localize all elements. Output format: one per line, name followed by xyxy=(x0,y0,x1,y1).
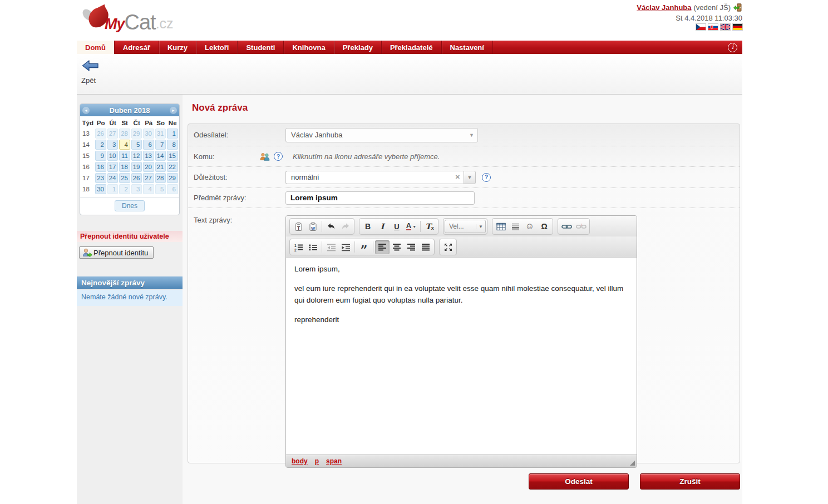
nav-tab[interactable]: Studenti xyxy=(238,41,284,54)
mycat-logo[interactable]: MyCat.cz xyxy=(77,2,174,31)
calendar-prev-icon[interactable]: ◄ xyxy=(82,107,90,114)
calendar-day[interactable]: 5 xyxy=(131,140,142,150)
calendar-day[interactable]: 26 xyxy=(131,173,142,183)
calendar-day[interactable]: 27 xyxy=(143,173,154,183)
czech-flag-icon[interactable] xyxy=(696,24,706,30)
nav-tab[interactable]: Překladatelé xyxy=(382,41,442,54)
remove-format-icon[interactable]: Tx xyxy=(422,220,437,234)
info-icon[interactable]: i xyxy=(728,43,737,52)
slovak-flag-icon[interactable] xyxy=(708,24,718,30)
font-size-dropdown[interactable]: Vel...▼ xyxy=(445,220,486,233)
sender-select[interactable]: Václav Janhuba ▼ xyxy=(285,128,478,142)
calendar-day[interactable]: 4 xyxy=(143,184,154,194)
cancel-button[interactable]: Zrušit xyxy=(640,473,740,490)
calendar-day[interactable]: 20 xyxy=(143,162,154,172)
maximize-icon[interactable] xyxy=(441,240,455,254)
address-book-icon[interactable] xyxy=(259,152,270,161)
special-char-icon[interactable]: Ω xyxy=(537,220,551,234)
calendar-day[interactable]: 3 xyxy=(107,140,119,150)
switch-identity-button[interactable]: Přepnout identitu xyxy=(79,246,154,259)
calendar-day[interactable]: 6 xyxy=(167,184,178,194)
calendar-day[interactable]: 25 xyxy=(119,173,130,183)
calendar-day[interactable]: 28 xyxy=(119,129,130,139)
bulleted-list-icon[interactable] xyxy=(305,240,320,254)
calendar-day[interactable]: 27 xyxy=(107,129,119,139)
nav-tab[interactable]: Knihovna xyxy=(284,41,334,54)
calendar-day[interactable]: 31 xyxy=(155,129,166,139)
bold-icon[interactable]: B xyxy=(361,220,375,234)
calendar-day[interactable]: 5 xyxy=(155,184,166,194)
german-flag-icon[interactable] xyxy=(733,24,742,30)
subject-input[interactable] xyxy=(285,191,475,205)
calendar-day[interactable]: 26 xyxy=(95,129,106,139)
smiley-icon[interactable]: ☺ xyxy=(523,220,537,234)
calendar-day[interactable]: 15 xyxy=(167,151,178,161)
calendar-day[interactable]: 3 xyxy=(131,184,142,194)
undo-icon[interactable] xyxy=(324,220,338,234)
table-icon[interactable] xyxy=(494,220,508,234)
calendar-day[interactable]: 18 xyxy=(119,162,130,172)
nav-tab[interactable]: Lektoři xyxy=(196,41,238,54)
calendar-day[interactable]: 29 xyxy=(167,173,178,183)
indent-icon[interactable] xyxy=(338,240,353,254)
align-right-icon[interactable] xyxy=(404,240,418,254)
editor-content-area[interactable]: Lorem ipsum,vel eum iure reprehenderit q… xyxy=(286,257,637,454)
importance-combobox[interactable]: normální ✕ ▼ xyxy=(285,171,476,184)
element-path-link[interactable]: span xyxy=(326,457,342,465)
nav-tab[interactable]: Překlady xyxy=(334,41,382,54)
horizontal-line-icon[interactable] xyxy=(508,220,523,234)
calendar-day[interactable]: 30 xyxy=(143,129,154,139)
link-icon[interactable] xyxy=(559,220,574,234)
underline-icon[interactable]: U xyxy=(390,220,404,234)
calendar-day[interactable]: 11 xyxy=(119,151,130,161)
blockquote-icon[interactable]: ” xyxy=(357,240,371,254)
nav-tab[interactable]: Kurzy xyxy=(159,41,196,54)
numbered-list-icon[interactable]: 12 xyxy=(291,240,305,254)
calendar-day[interactable]: 7 xyxy=(155,140,166,150)
logout-door-icon[interactable] xyxy=(733,3,742,12)
nav-tab[interactable]: Domů xyxy=(77,41,115,54)
calendar-day[interactable]: 29 xyxy=(131,129,142,139)
nav-tab[interactable]: Nastavení xyxy=(442,41,493,54)
element-path-link[interactable]: body xyxy=(292,457,308,465)
calendar-day[interactable]: 19 xyxy=(131,162,142,172)
calendar-day[interactable]: 1 xyxy=(167,129,178,139)
editor-resize-handle[interactable] xyxy=(630,461,635,466)
calendar-day[interactable]: 22 xyxy=(167,162,178,172)
calendar-day[interactable]: 24 xyxy=(107,173,119,183)
chevron-down-icon[interactable]: ▼ xyxy=(464,171,476,184)
today-button[interactable]: Dnes xyxy=(115,200,145,211)
calendar-day[interactable]: 14 xyxy=(155,151,166,161)
calendar-day[interactable]: 12 xyxy=(131,151,142,161)
calendar-day[interactable]: 30 xyxy=(95,184,106,194)
calendar-day[interactable]: 16 xyxy=(95,162,106,172)
text-color-icon[interactable]: A▼ xyxy=(404,220,418,234)
clear-icon[interactable]: ✕ xyxy=(455,174,460,181)
calendar-day[interactable]: 13 xyxy=(143,151,154,161)
calendar-day[interactable]: 23 xyxy=(95,173,106,183)
calendar-day[interactable]: 10 xyxy=(107,151,119,161)
calendar-day[interactable]: 1 xyxy=(107,184,119,194)
importance-help-icon[interactable]: ? xyxy=(482,173,491,182)
paste-text-icon[interactable]: T xyxy=(291,220,305,234)
calendar-day[interactable]: 21 xyxy=(155,162,166,172)
align-left-icon[interactable] xyxy=(375,240,390,254)
calendar-day[interactable]: 17 xyxy=(107,162,119,172)
paste-word-icon[interactable]: W xyxy=(305,220,320,234)
recipient-help-icon[interactable]: ? xyxy=(274,152,283,161)
nav-tab[interactable]: Adresář xyxy=(115,41,159,54)
align-center-icon[interactable] xyxy=(390,240,404,254)
calendar-day[interactable]: 8 xyxy=(167,140,178,150)
calendar-day[interactable]: 2 xyxy=(119,184,130,194)
element-path-link[interactable]: p xyxy=(315,457,319,465)
calendar-day[interactable]: 9 xyxy=(95,151,106,161)
calendar-day[interactable]: 2 xyxy=(95,140,106,150)
calendar-day[interactable]: 28 xyxy=(155,173,166,183)
calendar-day-today[interactable]: 4 xyxy=(119,140,130,150)
calendar-day[interactable]: 6 xyxy=(143,140,154,150)
send-button[interactable]: Odeslat xyxy=(529,473,629,490)
italic-icon[interactable]: I xyxy=(375,220,390,234)
user-name-link[interactable]: Václav Janhuba xyxy=(637,3,691,12)
justify-icon[interactable] xyxy=(418,240,433,254)
back-button[interactable]: Zpět xyxy=(81,59,108,85)
